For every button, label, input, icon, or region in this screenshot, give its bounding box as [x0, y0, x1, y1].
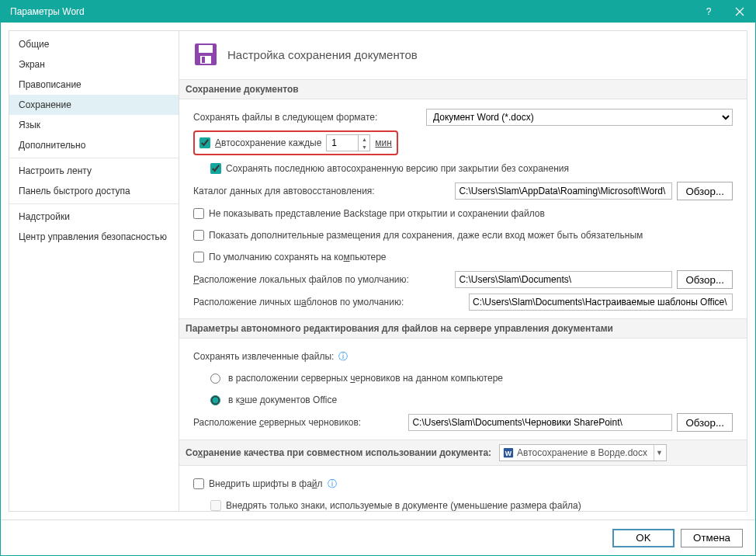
autorecover-browse-button[interactable]: Обзор... [677, 182, 733, 200]
chevron-down-icon: ▼ [654, 445, 664, 460]
titlebar: Параметры Word ? [1, 1, 755, 23]
word-options-window: Параметры Word ? Общие Экран Правописани… [0, 0, 756, 556]
svg-rect-3 [202, 57, 205, 63]
spinner-down[interactable]: ▼ [359, 143, 369, 151]
autorecover-path-input[interactable] [455, 182, 672, 200]
autosave-highlight: Автосохранение каждые ▲ ▼ мин [193, 130, 398, 155]
templates-path-label: Расположение личных шаблонов по умолчани… [193, 297, 404, 308]
no-backstage-label: Не показывать представление Backstage пр… [209, 208, 545, 219]
autosave-checkbox[interactable] [199, 137, 210, 148]
fidelity-doc-select[interactable]: W Автосохранение в Ворде.docx ▼ [499, 444, 667, 461]
cancel-button[interactable]: Отмена [681, 529, 743, 547]
autosave-interval-spinner[interactable]: ▲ ▼ [326, 134, 370, 151]
sidebar-item-qat[interactable]: Панель быстрого доступа [9, 181, 179, 201]
templates-path-input[interactable] [469, 294, 733, 311]
content-panel: Настройка сохранения документов Сохранен… [179, 30, 747, 512]
section-offline-editing: Параметры автономного редактирования для… [179, 318, 747, 339]
sidebar-item-trust[interactable]: Центр управления безопасностью [9, 227, 179, 247]
autosave-interval-input[interactable] [327, 135, 358, 151]
sidebar-item-display[interactable]: Экран [9, 54, 179, 75]
drafts-path-label: Расположение серверных черновиков: [193, 417, 361, 428]
save-format-label: Сохранять файлы в следующем формате: [193, 112, 377, 123]
sidebar-item-language[interactable]: Язык [9, 115, 179, 135]
default-computer-label: По умолчанию сохранять на компьютере [209, 252, 387, 262]
radio-office-cache[interactable] [210, 395, 220, 405]
default-computer-checkbox[interactable] [193, 252, 204, 262]
window-title: Параметры Word [10, 6, 693, 17]
radio-server-drafts-label: в расположении серверных черновиков на д… [228, 373, 503, 384]
keep-last-checkbox[interactable] [210, 163, 221, 174]
local-path-browse-button[interactable]: Обзор... [677, 270, 733, 289]
ok-button[interactable]: OK [612, 529, 675, 547]
embed-fonts-label: Внедрить шрифты в файл [209, 478, 323, 489]
sidebar-item-proofing[interactable]: Правописание [9, 75, 179, 95]
spinner-up[interactable]: ▲ [359, 135, 369, 143]
svg-rect-1 [199, 45, 213, 53]
save-format-select[interactable]: Документ Word (*.docx) [426, 109, 733, 126]
save-icon [193, 42, 218, 67]
help-button[interactable]: ? [693, 1, 724, 23]
sidebar: Общие Экран Правописание Сохранение Язык… [9, 30, 179, 512]
section-fidelity: Сохранение качества при совместном испол… [179, 440, 747, 466]
fidelity-doc-name: Автосохранение в Ворде.docx [517, 447, 647, 458]
sidebar-item-advanced[interactable]: Дополнительно [9, 135, 179, 155]
autosave-unit: мин [375, 137, 392, 148]
info-icon[interactable]: ⓘ [338, 350, 348, 363]
close-button[interactable] [724, 1, 755, 23]
word-doc-icon: W [503, 447, 514, 458]
local-path-label: Расположение локальных файлов по умолчан… [193, 274, 409, 285]
sidebar-item-save[interactable]: Сохранение [9, 95, 179, 115]
keep-last-label: Сохранять последнюю автосохраненную верс… [226, 163, 569, 174]
dialog-footer: OK Отмена [1, 520, 755, 555]
radio-office-cache-label: в кэше документов Office [228, 394, 337, 405]
embed-fonts-checkbox[interactable] [193, 478, 204, 489]
sidebar-item-general[interactable]: Общие [9, 34, 179, 54]
sidebar-item-addins[interactable]: Надстройки [9, 207, 179, 227]
local-path-input[interactable] [455, 271, 672, 288]
radio-server-drafts[interactable] [210, 374, 220, 384]
page-title: Настройка сохранения документов [227, 48, 418, 61]
embed-only-checkbox [210, 500, 221, 511]
no-backstage-checkbox[interactable] [193, 208, 204, 219]
autosave-label: Автосохранение каждые [215, 137, 321, 148]
page-header: Настройка сохранения документов [193, 42, 733, 67]
save-extracted-label: Сохранять извлеченные файлы: [193, 351, 334, 362]
section-fidelity-label: Сохранение качества при совместном испол… [186, 447, 491, 458]
autorecover-path-label: Каталог данных для автовосстановления: [193, 186, 375, 196]
svg-text:W: W [505, 450, 512, 457]
info-icon-2[interactable]: ⓘ [328, 478, 337, 491]
close-icon [735, 7, 744, 16]
sidebar-item-ribbon[interactable]: Настроить ленту [9, 161, 179, 181]
embed-only-label: Внедрять только знаки, используемые в до… [226, 500, 581, 511]
section-save-documents: Сохранение документов [179, 79, 747, 99]
show-extra-label: Показать дополнительные размещения для с… [209, 230, 643, 241]
drafts-path-input[interactable] [408, 414, 672, 431]
drafts-browse-button[interactable]: Обзор... [677, 413, 733, 432]
show-extra-checkbox[interactable] [193, 230, 204, 241]
